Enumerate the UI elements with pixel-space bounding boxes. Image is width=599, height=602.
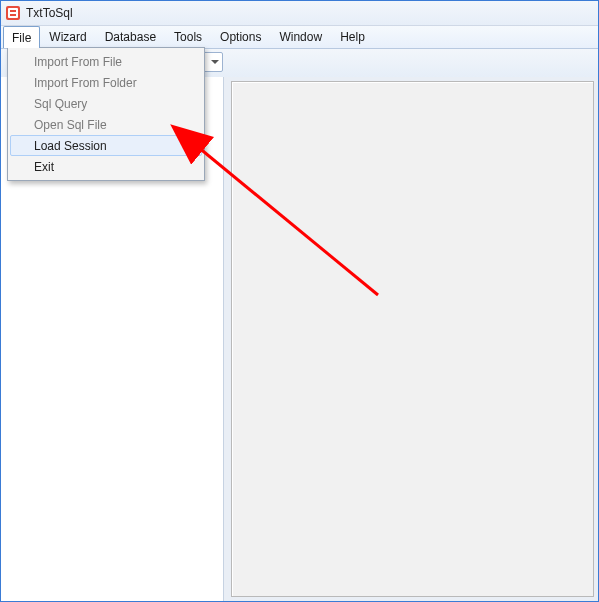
menu-tools[interactable]: Tools: [165, 26, 211, 48]
menu-help-label: Help: [340, 30, 365, 44]
menu-bar: File Wizard Database Tools Options Windo…: [1, 26, 598, 49]
menu-tools-label: Tools: [174, 30, 202, 44]
file-menu-open-sql-file[interactable]: Open Sql File: [10, 114, 202, 135]
menu-help[interactable]: Help: [331, 26, 374, 48]
menu-options[interactable]: Options: [211, 26, 270, 48]
menu-file-label: File: [12, 31, 31, 45]
menu-options-label: Options: [220, 30, 261, 44]
file-menu-load-session-label: Load Session: [34, 139, 107, 153]
app-icon: [5, 5, 21, 21]
file-menu-sql-query-label: Sql Query: [34, 97, 87, 111]
file-menu-sql-query[interactable]: Sql Query: [10, 93, 202, 114]
menu-window-label: Window: [279, 30, 322, 44]
file-menu-dropdown: Import From File Import From Folder Sql …: [7, 47, 205, 181]
title-bar: TxtToSql: [1, 1, 598, 26]
file-menu-import-folder[interactable]: Import From Folder: [10, 72, 202, 93]
file-menu-exit[interactable]: Exit: [10, 156, 202, 177]
chevron-down-icon: [211, 60, 219, 64]
file-menu-import-file-label: Import From File: [34, 55, 122, 69]
right-pane-outer: [229, 77, 598, 601]
svg-rect-2: [10, 10, 16, 12]
svg-rect-3: [10, 14, 16, 16]
menu-window[interactable]: Window: [270, 26, 331, 48]
file-menu-import-folder-label: Import From Folder: [34, 76, 137, 90]
menu-database-label: Database: [105, 30, 156, 44]
submenu-arrow-icon: [190, 142, 195, 150]
menu-file[interactable]: File: [3, 26, 40, 48]
menu-wizard-label: Wizard: [49, 30, 86, 44]
file-menu-exit-label: Exit: [34, 160, 54, 174]
menu-wizard[interactable]: Wizard: [40, 26, 95, 48]
menu-database[interactable]: Database: [96, 26, 165, 48]
right-pane: [231, 81, 594, 597]
window-title: TxtToSql: [26, 6, 73, 20]
file-menu-open-sql-file-label: Open Sql File: [34, 118, 107, 132]
file-menu-import-file[interactable]: Import From File: [10, 51, 202, 72]
svg-rect-1: [8, 8, 18, 18]
file-menu-load-session[interactable]: Load Session: [10, 135, 202, 156]
